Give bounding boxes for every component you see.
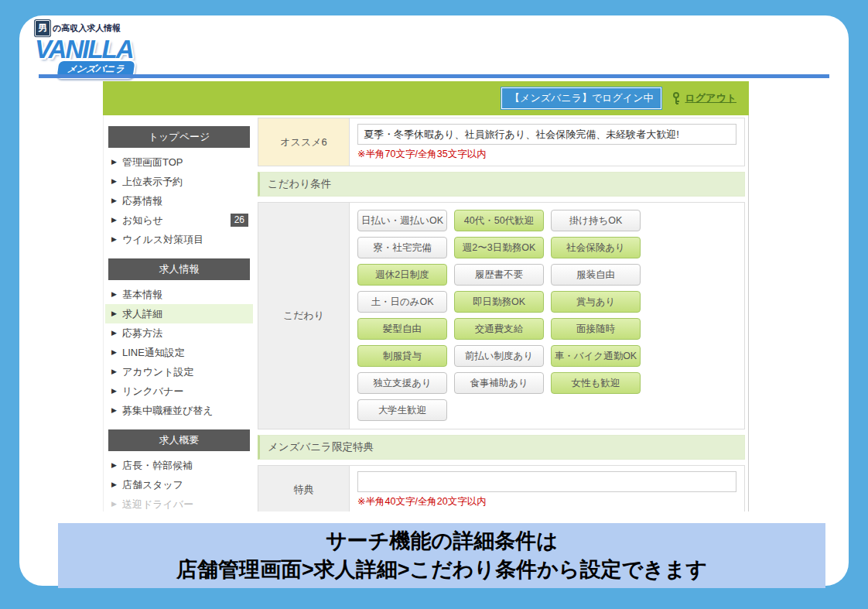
logo-tagline: 男 の高収入求人情報 xyxy=(35,20,213,36)
tokuten-input[interactable] xyxy=(357,471,736,492)
osusume6-note: ※半角70文字/全角35文字以内 xyxy=(357,148,736,161)
kodawari-button[interactable]: 土・日のみOK xyxy=(357,291,447,313)
arrow-icon xyxy=(111,365,117,378)
kodawari-button[interactable]: 日払い・週払いOK xyxy=(357,210,447,231)
sidebar-item-account-settei[interactable]: アカウント設定 xyxy=(105,362,253,381)
arrow-icon xyxy=(111,175,117,188)
kodawari-button[interactable]: 独立支援あり xyxy=(357,372,447,394)
notification-count-badge: 26 xyxy=(231,214,248,227)
kodawari-button[interactable]: 大学生歓迎 xyxy=(357,399,447,421)
kodawari-button[interactable]: 寮・社宅完備 xyxy=(357,237,447,258)
kodawari-button[interactable]: 即日勤務OK xyxy=(454,291,544,313)
kodawari-row: こだわり 日払い・週払いOK 40代・50代歓迎 掛け持ちOK 寮・社宅完備 週… xyxy=(258,202,745,429)
header-divider xyxy=(39,74,829,78)
kodawari-button[interactable]: 掛け持ちOK xyxy=(551,210,641,231)
arrow-icon xyxy=(111,194,117,207)
topbar: 【メンズバニラ】でログイン中 ログアウト xyxy=(103,81,749,115)
logo-otoko-badge: 男 xyxy=(35,20,50,36)
sidebar-item-kihon-joho[interactable]: 基本情報 xyxy=(105,285,253,304)
kodawari-label: こだわり xyxy=(258,203,350,429)
main-form: オススメ6 ※半角70文字/全角35文字以内 こだわり条件 こだわり 日払い・週… xyxy=(256,115,748,511)
sidebar-item-sougei-driver: 送迎ドライバー xyxy=(105,494,253,511)
kodawari-button[interactable]: 履歴書不要 xyxy=(454,264,544,286)
sidebar-section-top: トップページ xyxy=(108,126,250,148)
sidebar-item-oubo-hoho[interactable]: 応募方法 xyxy=(105,323,253,343)
sidebar-section-kyujin-joho: 求人情報 xyxy=(108,258,250,280)
arrow-icon xyxy=(111,459,117,472)
logo-brand-text: VANILLA xyxy=(35,38,213,61)
kodawari-button[interactable]: 髪型自由 xyxy=(357,318,447,340)
tokuten-row: 特典 ※半角40文字/全角20文字以内 xyxy=(258,465,745,511)
sidebar-item-oubo-joho[interactable]: 応募情報 xyxy=(105,191,253,210)
arrow-icon xyxy=(111,498,117,511)
kodawari-button[interactable]: 週2〜3日勤務OK xyxy=(454,237,544,258)
kodawari-button[interactable]: 服装自由 xyxy=(551,264,641,286)
sidebar-item-tencho-kanbu[interactable]: 店長・幹部候補 xyxy=(105,456,253,475)
sidebar-item-tenpo-staff[interactable]: 店舗スタッフ xyxy=(105,475,253,494)
osusume6-value-cell: ※半角70文字/全角35文字以内 xyxy=(350,118,744,166)
kodawari-value-cell: 日払い・週払いOK 40代・50代歓迎 掛け持ちOK 寮・社宅完備 週2〜3日勤… xyxy=(350,203,744,429)
arrow-icon xyxy=(111,346,117,359)
arrow-icon xyxy=(111,288,117,301)
sidebar-item-line-tsuchi[interactable]: LINE通知設定 xyxy=(105,343,253,362)
arrow-icon xyxy=(111,327,117,340)
arrow-icon xyxy=(111,307,117,320)
kodawari-button[interactable]: 賞与あり xyxy=(551,291,641,313)
kodawari-button[interactable]: 車・バイク通勤OK xyxy=(551,345,641,367)
arrow-icon xyxy=(111,478,117,491)
arrow-icon xyxy=(111,233,117,246)
sidebar-item-shokushuu-narabikae[interactable]: 募集中職種並び替え xyxy=(105,401,253,420)
sidebar-item-joui-hyoji[interactable]: 上位表示予約 xyxy=(105,172,253,191)
osusume6-input[interactable] xyxy=(357,124,736,145)
tokuten-value-cell: ※半角40文字/全角20文字以内 xyxy=(350,466,744,511)
kodawari-button[interactable]: 女性も歓迎 xyxy=(551,372,641,394)
logout-group: ログアウト xyxy=(671,91,736,105)
logout-link[interactable]: ログアウト xyxy=(685,91,736,105)
arrow-icon xyxy=(111,156,117,169)
sidebar-section-kyujin-gaiyo: 求人概要 xyxy=(108,429,250,451)
site-logo: 男 の高収入求人情報 VANILLA メンズバニラ xyxy=(35,20,213,79)
sidebar-item-kanri-top[interactable]: 管理画面TOP xyxy=(105,152,253,172)
arrow-icon xyxy=(111,404,117,417)
kodawari-button[interactable]: 40代・50代歓迎 xyxy=(454,210,544,231)
sidebar: トップページ 管理画面TOP 上位表示予約 応募情報 お知らせ26 ウイルス対策… xyxy=(104,115,256,511)
logo-tagline-text: の高収入求人情報 xyxy=(53,22,121,34)
tokuten-label: 特典 xyxy=(258,466,350,511)
sidebar-item-virus-taisaku[interactable]: ウイルス対策項目 xyxy=(105,230,253,249)
kodawari-button[interactable]: 週休2日制度 xyxy=(357,264,447,286)
login-status-badge: 【メンズバニラ】でログイン中 xyxy=(501,87,661,109)
tokuten-note: ※半角40文字/全角20文字以内 xyxy=(357,495,736,508)
kodawari-section-header: こだわり条件 xyxy=(258,172,745,197)
sidebar-item-link-banner[interactable]: リンクバナー xyxy=(105,381,253,401)
banner-line2: 店舗管理画面>求人詳細>こだわり条件から設定できます xyxy=(176,556,707,584)
arrow-icon xyxy=(111,214,117,227)
tokuten-section-header: メンズバニラ限定特典 xyxy=(258,435,745,460)
arrow-icon xyxy=(111,385,117,398)
kodawari-button[interactable]: 社会保険あり xyxy=(551,237,641,258)
banner-line1: サーチ機能の詳細条件は xyxy=(326,527,558,556)
kodawari-button[interactable]: 前払い制度あり xyxy=(454,345,544,367)
sidebar-item-kyujin-shosai[interactable]: 求人詳細 xyxy=(105,304,253,323)
kodawari-button-grid: 日払い・週払いOK 40代・50代歓迎 掛け持ちOK 寮・社宅完備 週2〜3日勤… xyxy=(357,208,736,424)
kodawari-button[interactable]: 制服貸与 xyxy=(357,345,447,367)
sidebar-item-oshirase[interactable]: お知らせ26 xyxy=(105,210,253,230)
osusume6-row: オススメ6 ※半角70文字/全角35文字以内 xyxy=(258,118,745,166)
kodawari-button[interactable]: 食事補助あり xyxy=(454,372,544,394)
osusume6-label: オススメ6 xyxy=(258,118,350,166)
kodawari-button[interactable]: 交通費支給 xyxy=(454,318,544,340)
content-body: トップページ 管理画面TOP 上位表示予約 応募情報 お知らせ26 ウイルス対策… xyxy=(103,115,749,511)
kodawari-button[interactable]: 面接随時 xyxy=(551,318,641,340)
key-icon xyxy=(671,92,682,104)
info-banner: サーチ機能の詳細条件は 店舗管理画面>求人詳細>こだわり条件から設定できます xyxy=(58,523,825,588)
